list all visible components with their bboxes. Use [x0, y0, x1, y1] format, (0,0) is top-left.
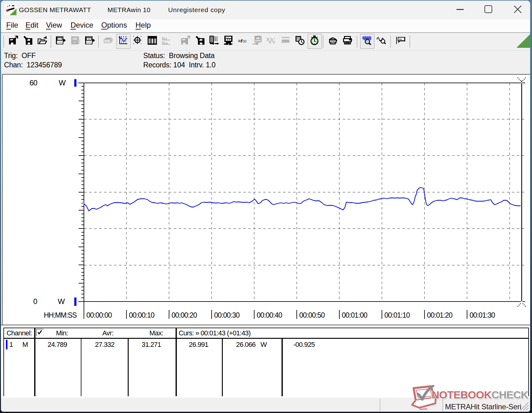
svg-text:321: 321 — [73, 38, 78, 41]
svg-text:1257: 1257 — [105, 40, 110, 43]
svg-text:(x): (x) — [243, 39, 247, 43]
svg-text:1%: 1% — [399, 38, 402, 41]
svg-text:321: 321 — [57, 38, 63, 41]
svg-text:=f: =f — [238, 39, 243, 43]
svg-text:M: M — [88, 37, 90, 41]
